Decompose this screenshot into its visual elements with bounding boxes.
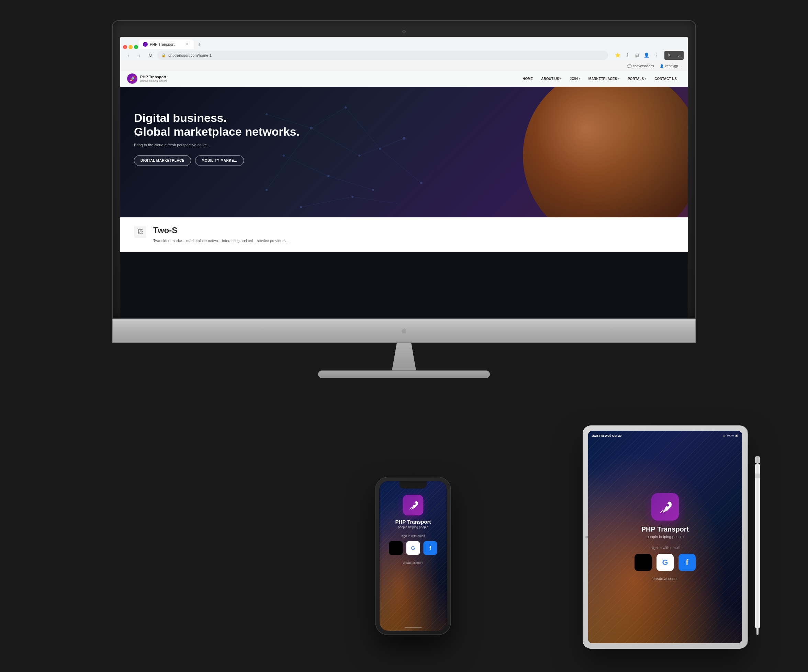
chevron-down-icon: ▾ — [560, 77, 561, 80]
ipad-rocket-icon — [657, 499, 673, 515]
ipad-signin-email[interactable]: sign in with email — [651, 545, 679, 550]
logo-tagline: people helping people — [140, 79, 167, 82]
pencil-tip — [756, 628, 758, 635]
mobility-marketplace-button[interactable]: MOBILITY MARKE... — [195, 155, 244, 166]
share-icon[interactable]: ⤴ — [623, 51, 631, 59]
ipad-body: 2:28 PM Wed Oct 29 ▲ 100% ▣ — [583, 425, 748, 649]
browser-tab-active[interactable]: PHP Transport × — [139, 40, 194, 49]
google-signin-button[interactable]: G — [406, 541, 420, 555]
site-below-fold: 🖼 Two-S Two-sided marke... marketplace n… — [120, 217, 688, 252]
facebook-signin-button[interactable]: f — [423, 541, 437, 555]
apple-signin-button[interactable] — [389, 541, 402, 555]
pencil-body — [755, 463, 760, 628]
browser-actions: ⭐ ⤴ ⊞ 👤 ⋮ — [614, 51, 660, 59]
svg-line-11 — [352, 197, 397, 203]
iphone-device: PHP Transport people helping people sign… — [375, 477, 451, 635]
imac-device: PHP Transport × + ‹ › ↻ 🔒 phptransport.c… — [112, 20, 696, 378]
svg-line-10 — [301, 197, 352, 207]
svg-point-21 — [265, 189, 268, 191]
new-tab-button[interactable]: + — [194, 40, 204, 49]
imac-camera — [402, 30, 406, 33]
bookmark-icon[interactable]: ⭐ — [614, 51, 622, 59]
logo-text: PHP Transport people helping people — [140, 75, 167, 82]
hero-title: Digital business. Global marketplace net… — [134, 111, 674, 139]
hero-buttons: DIGITAL MARKETPLACE MOBILITY MARKE... — [134, 155, 674, 166]
iphone-notch — [399, 481, 427, 489]
ipad-status: ▲ 100% ▣ — [723, 434, 738, 437]
tab-favicon — [143, 42, 148, 47]
ipad-content: PHP Transport people helping people sign… — [588, 431, 742, 643]
site-topbar: 💬 conversations 👤 kennygp... — [120, 62, 688, 71]
edit-buttons: ✎ ⌄ — [664, 51, 684, 60]
extensions-icon[interactable]: ⊞ — [633, 51, 641, 59]
url-text: phptransport.com/home-1 — [169, 53, 212, 57]
svg-point-25 — [414, 503, 416, 505]
nav-contact[interactable]: CONTACT US — [650, 77, 681, 81]
nav-portals[interactable]: PORTALS ▾ — [624, 77, 650, 81]
imac-stand — [112, 343, 696, 378]
ipad-social-buttons: G f — [634, 554, 696, 571]
topbar-user[interactable]: 👤 kennygp... — [659, 64, 681, 68]
site-hero: Digital business. Global marketplace net… — [120, 87, 688, 217]
ipad-create-account[interactable]: create account — [653, 577, 678, 581]
forward-button[interactable]: › — [135, 51, 144, 59]
menu-icon[interactable]: ⋮ — [652, 51, 660, 59]
topbar-conversations[interactable]: 💬 conversations — [627, 64, 654, 68]
tab-bar: PHP Transport × + — [120, 37, 688, 49]
expand-button[interactable]: ⌄ — [674, 51, 684, 60]
imac-camera-row — [120, 28, 688, 35]
tl-green[interactable] — [134, 45, 138, 49]
edit-button[interactable]: ✎ — [664, 51, 674, 60]
below-body: Two-sided marke... marketplace netwo... … — [153, 238, 290, 244]
back-button[interactable]: ‹ — [124, 51, 133, 59]
profile-icon[interactable]: 👤 — [643, 51, 651, 59]
phone-app: PHP Transport people helping people sign… — [379, 481, 447, 631]
svg-point-20 — [372, 189, 374, 191]
imac-base — [318, 370, 490, 378]
nav-home[interactable]: HOME — [518, 77, 537, 81]
iphone-body: PHP Transport people helping people sign… — [375, 477, 451, 635]
apple-pencil — [755, 456, 760, 635]
ipad-app-icon — [651, 493, 679, 520]
svg-point-24 — [351, 196, 354, 198]
tl-yellow[interactable] — [129, 45, 133, 49]
phone-app-tagline: people helping people — [398, 525, 428, 529]
svg-point-22 — [420, 182, 422, 184]
phone-signin-email[interactable]: sign in with email — [401, 534, 425, 538]
chevron-down-icon-2: ▾ — [579, 77, 580, 80]
ipad-screen: 2:28 PM Wed Oct 29 ▲ 100% ▣ — [588, 431, 742, 643]
below-heading: Two-S — [153, 225, 290, 235]
digital-marketplace-button[interactable]: DIGITAL MARKETPLACE — [134, 155, 191, 166]
reload-button[interactable]: ↻ — [146, 51, 155, 59]
iphone-screen: PHP Transport people helping people sign… — [379, 481, 447, 631]
ipad-time: 2:28 PM Wed Oct 29 — [592, 434, 621, 437]
rocket-icon — [407, 499, 419, 511]
tab-title: PHP Transport — [150, 42, 175, 47]
hero-content: Digital business. Global marketplace net… — [120, 87, 688, 177]
chevron-down-icon-3: ▾ — [618, 77, 619, 80]
pencil-cap — [755, 456, 760, 463]
nav-marketplaces[interactable]: MARKETPLACES ▾ — [584, 77, 624, 81]
ipad-facebook-signin-button[interactable]: f — [678, 554, 696, 571]
phone-create-account[interactable]: create account — [403, 561, 423, 565]
phone-content: PHP Transport people helping people sign… — [379, 481, 447, 631]
apple-logo-icon — [401, 327, 407, 334]
battery-level: 100% — [727, 434, 734, 437]
battery-icon: ▣ — [735, 434, 738, 437]
url-bar[interactable]: 🔒 phptransport.com/home-1 — [157, 51, 608, 60]
tab-close-button[interactable]: × — [185, 42, 190, 47]
ipad-google-signin-button[interactable]: G — [656, 554, 674, 571]
lock-icon: 🔒 — [162, 53, 165, 57]
user-icon: 👤 — [659, 64, 664, 68]
phone-social-buttons: G f — [389, 541, 437, 555]
nav-join[interactable]: JOIN ▾ — [566, 77, 584, 81]
tl-red[interactable] — [123, 45, 127, 49]
site-logo[interactable]: 🚀 PHP Transport people helping people — [127, 73, 167, 84]
imac-chin — [112, 319, 696, 343]
browser-chrome: PHP Transport × + ‹ › ↻ 🔒 phptransport.c… — [120, 37, 688, 62]
ipad-apple-signin-button[interactable] — [634, 554, 652, 571]
nav-about[interactable]: ABOUT US ▾ — [537, 77, 566, 81]
website-content: 💬 conversations 👤 kennygp... 🚀 — [120, 62, 688, 318]
phone-app-name: PHP Transport — [395, 519, 431, 525]
ipad-app: 2:28 PM Wed Oct 29 ▲ 100% ▣ — [588, 431, 742, 643]
